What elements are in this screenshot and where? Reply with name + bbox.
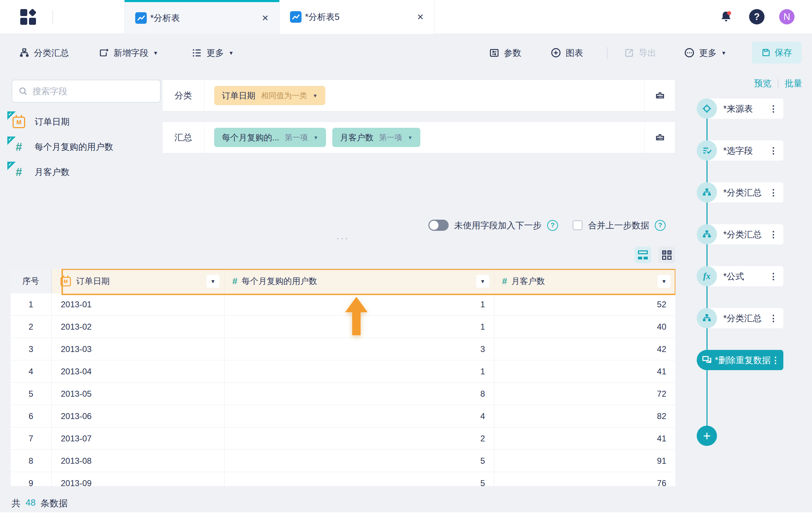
- close-icon[interactable]: ✕: [262, 13, 269, 23]
- merge-previous-checkbox[interactable]: [573, 220, 582, 230]
- help-icon[interactable]: ?: [749, 9, 764, 24]
- check-glyph: ✓: [8, 111, 12, 117]
- row-count-status: 共 48 条数据: [12, 497, 68, 509]
- column-dropdown-button[interactable]: ▼: [476, 275, 489, 288]
- source-table-icon: [697, 98, 717, 119]
- cell-repurchase: 1: [225, 360, 494, 382]
- panel-resize-handle[interactable]: ···: [336, 233, 349, 244]
- export-icon: [624, 48, 634, 58]
- chevron-down-icon: ▼: [229, 50, 234, 56]
- category-label: 分类: [162, 80, 204, 111]
- summary-pill-repurchase[interactable]: 每个月复购的... 第一项 ▼: [214, 128, 326, 147]
- column-header-seq: 序号: [10, 269, 52, 293]
- tab-analysis-table-5[interactable]: *分析表5 ✕: [280, 0, 435, 34]
- cell-repurchase: 3: [225, 338, 494, 360]
- cell-customers: 82: [494, 405, 675, 427]
- pill-mode: 第一项: [285, 132, 308, 143]
- cell-seq: 7: [10, 427, 52, 449]
- group-summary-button[interactable]: 分类汇总: [19, 42, 69, 63]
- export-button[interactable]: 导出: [624, 42, 656, 63]
- step-menu-icon[interactable]: ⋮: [769, 146, 778, 156]
- cell-repurchase: 4: [225, 405, 494, 427]
- category-pill-area: 订单日期 相同值为一类 ▼: [204, 80, 644, 111]
- field-item-monthly-repurchase-users[interactable]: # ✓ 每个月复购的用户数: [12, 138, 113, 156]
- export-label: 导出: [639, 47, 656, 59]
- help-circle-icon[interactable]: ?: [547, 220, 558, 231]
- preview-link[interactable]: 预览: [754, 78, 771, 89]
- cell-repurchase: 8: [225, 383, 494, 405]
- column-header-customers[interactable]: # 月客户数 ▼: [494, 269, 675, 293]
- batch-link[interactable]: 批量: [785, 78, 802, 89]
- column-header-order-date[interactable]: M 订单日期 ▼: [52, 269, 225, 293]
- unused-fields-toggle-label: 未使用字段加入下一步: [454, 220, 542, 231]
- card-view-toggle[interactable]: [658, 247, 675, 263]
- step-menu-icon[interactable]: ⋮: [769, 188, 778, 198]
- avatar[interactable]: N: [779, 9, 795, 24]
- calendar-glyph: M: [16, 119, 21, 126]
- step-menu-icon[interactable]: ⋮: [769, 229, 778, 240]
- table-view-toggle[interactable]: [635, 247, 651, 263]
- add-field-button[interactable]: 新增字段 ▼: [99, 42, 158, 63]
- table-header: 序号 M 订单日期 ▼ # 每个月复购的用户数 ▼ # 月客户数 ▼: [10, 269, 675, 293]
- step-menu-icon[interactable]: ⋮: [769, 104, 778, 114]
- analysis-chart-icon: [135, 12, 147, 24]
- help-circle-icon[interactable]: ?: [655, 220, 666, 231]
- column-dropdown-button[interactable]: ▼: [658, 275, 670, 288]
- params-button[interactable]: 参数: [489, 42, 521, 63]
- field-label: 月客户数: [35, 166, 70, 178]
- chart-button[interactable]: 图表: [551, 42, 583, 63]
- question-glyph: ?: [658, 221, 662, 229]
- chevron-down-icon[interactable]: ▼: [313, 93, 318, 98]
- question-glyph: ?: [754, 12, 760, 22]
- summary-label: 汇总: [162, 122, 204, 153]
- column-label: 月客户数: [511, 276, 545, 287]
- field-item-monthly-customers[interactable]: # ✓ 月客户数: [12, 163, 70, 181]
- question-glyph: ?: [551, 221, 555, 229]
- step-select-fields[interactable]: *选字段 ⋮: [707, 140, 783, 161]
- table-row: 8 2013-08 5 91: [10, 450, 675, 472]
- column-header-repurchase[interactable]: # 每个月复购的用户数 ▼: [225, 269, 494, 293]
- preview-table: 序号 M 订单日期 ▼ # 每个月复购的用户数 ▼ # 月客户数 ▼ 1 201…: [10, 269, 675, 486]
- search-input[interactable]: [32, 86, 154, 96]
- unused-fields-toggle[interactable]: [428, 220, 449, 231]
- notification-bell-icon[interactable]: [718, 9, 734, 24]
- cell-customers: 41: [494, 427, 675, 449]
- category-pill-order-date[interactable]: 订单日期 相同值为一类 ▼: [214, 86, 325, 105]
- column-dropdown-button[interactable]: ▼: [206, 275, 219, 288]
- group-summary-icon: [697, 308, 717, 328]
- summary-row: 汇总 每个月复购的... 第一项 ▼ 月客户数 第一项 ▼: [162, 122, 675, 153]
- analysis-chart-icon: [290, 11, 302, 23]
- clear-category-button[interactable]: [644, 80, 675, 111]
- step-formula[interactable]: *公式 ⋮: [707, 266, 783, 286]
- cell-customers: 76: [494, 472, 675, 486]
- step-menu-icon[interactable]: ⋮: [771, 355, 780, 365]
- step-remove-duplicates[interactable]: *删除重复数据 ⋮: [697, 350, 783, 370]
- step-group-summary-1[interactable]: *分类汇总 ⋮: [707, 182, 783, 203]
- cell-date: 2013-04: [52, 360, 225, 382]
- more-menu-button[interactable]: 更多 ▼: [192, 42, 234, 63]
- plus-circle-icon: [551, 47, 561, 58]
- add-field-label: 新增字段: [114, 47, 148, 59]
- step-menu-icon[interactable]: ⋮: [769, 271, 778, 281]
- cell-seq: 3: [10, 338, 52, 360]
- step-menu-icon[interactable]: ⋮: [769, 313, 778, 323]
- tab-analysis-table[interactable]: *分析表 ✕: [124, 0, 280, 34]
- clear-summary-button[interactable]: [644, 122, 675, 153]
- category-row: 分类 订单日期 相同值为一类 ▼: [162, 80, 675, 111]
- close-icon[interactable]: ✕: [417, 12, 424, 22]
- chevron-down-icon[interactable]: ▼: [408, 135, 413, 140]
- chevron-down-icon[interactable]: ▼: [313, 135, 318, 140]
- cell-seq: 5: [10, 383, 52, 405]
- remove-duplicates-icon: [702, 355, 712, 365]
- step-group-summary-2[interactable]: *分类汇总 ⋮: [707, 224, 783, 244]
- field-item-order-date[interactable]: M ✓ 订单日期: [12, 112, 70, 131]
- cell-date: 2013-03: [52, 338, 225, 360]
- add-step-button[interactable]: +: [697, 426, 717, 446]
- app-logo[interactable]: [20, 9, 36, 25]
- number-field-icon: #: [502, 277, 507, 286]
- cell-seq: 1: [10, 293, 52, 315]
- step-group-summary-3[interactable]: *分类汇总 ⋮: [707, 308, 783, 328]
- step-source-table[interactable]: *来源表 ⋮: [707, 98, 783, 119]
- brush-icon: [655, 90, 665, 101]
- summary-pill-customers[interactable]: 月客户数 第一项 ▼: [332, 128, 420, 147]
